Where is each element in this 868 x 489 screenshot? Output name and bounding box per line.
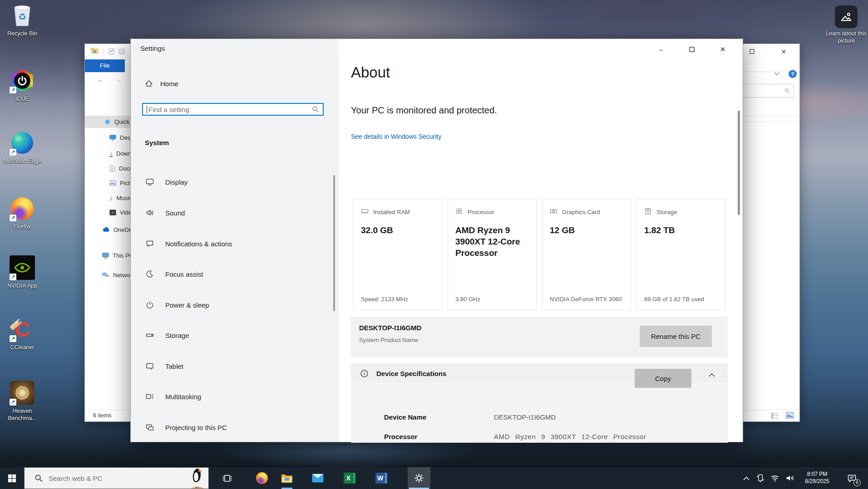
heaven-benchmark-icon: ↗ <box>10 380 35 406</box>
sidebar-divider <box>338 59 339 442</box>
desktop-icon-recycle-bin[interactable]: ♻ Recycle Bin <box>3 3 42 37</box>
taskbar-excel-button[interactable]: X <box>339 467 360 489</box>
help-icon[interactable]: ? <box>789 70 797 78</box>
close-icon[interactable]: ✕ <box>714 44 732 55</box>
taskbar-search-input[interactable] <box>49 474 189 482</box>
desktop-icon-learn-about-picture[interactable]: Learn about this picture <box>824 5 868 44</box>
rename-pc-button[interactable]: Rename this PC <box>640 326 712 347</box>
thumbnail-view-icon[interactable] <box>786 412 794 420</box>
gear-icon <box>414 473 424 484</box>
sidebar-item-multitasking[interactable]: Multitasking <box>142 387 332 406</box>
settings-window: Settings – ✕ Home System Display Sound <box>130 39 743 442</box>
quick-access-toolbar-icon[interactable] <box>108 48 115 57</box>
sidebar-item-tablet[interactable]: Tablet <box>142 357 332 375</box>
close-icon[interactable]: ✕ <box>776 46 791 58</box>
file-explorer-icon <box>281 474 293 483</box>
excel-icon: X <box>344 473 355 484</box>
sidebar-item-power-sleep[interactable]: Power & sleep <box>142 296 332 314</box>
page-title: About <box>351 64 390 81</box>
taskbar-word-button[interactable]: W <box>370 467 392 489</box>
wifi-icon <box>770 474 779 482</box>
taskbar-search-box[interactable] <box>24 467 209 489</box>
sidebar-item-display[interactable]: Display <box>142 173 332 191</box>
ccleaner-icon: C ↗ <box>10 317 35 342</box>
desktop-icon-label: Firefox <box>3 223 42 230</box>
desktop-icon-ccleaner[interactable]: C ↗ CCleaner <box>3 317 42 351</box>
card-value: 12 GB <box>550 225 623 236</box>
maximize-icon[interactable] <box>683 44 701 55</box>
desktop-icon-firefox[interactable]: ↗ Firefox <box>3 196 42 230</box>
forward-arrow-icon[interactable]: → <box>115 76 122 84</box>
sidebar-item-network[interactable]: Network <box>102 269 135 281</box>
shortcut-arrow-icon: ↗ <box>10 149 16 156</box>
tray-device-sync-button[interactable] <box>754 467 767 489</box>
windows-security-link[interactable]: See details in Windows Security <box>351 133 441 140</box>
content-scrollbar[interactable] <box>738 111 740 215</box>
picture-icon <box>109 180 116 186</box>
desktop-icon-heaven-benchmark[interactable]: ↗ Heaven Benchma... <box>3 380 42 422</box>
minimize-icon[interactable]: – <box>652 44 670 55</box>
task-view-button[interactable] <box>217 467 237 489</box>
maximize-icon[interactable] <box>744 46 760 58</box>
card-label: Installed RAM <box>373 209 410 215</box>
display-icon <box>145 177 154 186</box>
device-specifications-panel: Device Specifications Copy Device Name D… <box>351 363 728 443</box>
sidebar-item-storage[interactable]: Storage <box>142 326 332 344</box>
clock-date: 8/29/2025 <box>798 478 836 485</box>
video-icon <box>109 210 116 215</box>
recycle-bin-icon: ♻ <box>10 3 35 28</box>
svg-text:♻: ♻ <box>18 12 26 22</box>
sidebar-scrollbar[interactable] <box>333 175 335 311</box>
desktop-icon-microsoft-edge[interactable]: ↗ Microsoft Edge <box>3 130 42 165</box>
network-icon <box>102 272 109 278</box>
details-view-icon[interactable] <box>771 413 778 420</box>
settings-search-box[interactable] <box>142 103 324 116</box>
sidebar-item-label: Tablet <box>165 362 183 370</box>
card-label: Processor <box>468 209 494 215</box>
tray-volume-button[interactable] <box>783 467 797 489</box>
chevron-up-icon[interactable] <box>709 371 715 379</box>
power-icon <box>145 300 154 309</box>
action-center-button[interactable]: 6 <box>843 467 861 489</box>
speaker-icon <box>785 474 795 482</box>
card-label: Storage <box>656 209 677 215</box>
sidebar-item-this-pc[interactable]: This PC <box>102 249 133 261</box>
bing-puffin-image <box>189 468 206 489</box>
tray-show-hidden-icons-button[interactable] <box>741 467 752 489</box>
sidebar-item-notifications[interactable]: Notifications & actions <box>142 235 332 253</box>
desktop-icon-nvidia-app[interactable]: ↗ NVIDIA App <box>3 255 42 289</box>
start-button[interactable] <box>0 467 24 489</box>
desktop-icon-label: NVIDIA App <box>3 282 42 289</box>
ribbon-collapse-chevron-icon[interactable] <box>774 71 779 77</box>
tray-wifi-button[interactable] <box>768 467 782 489</box>
computer-icon <box>102 253 109 259</box>
quick-access-toolbar-icon[interactable] <box>118 48 125 57</box>
card-value: 32.0 GB <box>361 225 434 236</box>
sidebar-item-sound[interactable]: Sound <box>142 204 332 222</box>
settings-search-input[interactable] <box>148 106 312 113</box>
projecting-icon <box>145 423 154 432</box>
desktop-icon-icue[interactable]: ↗ iCUE <box>3 68 42 103</box>
desktop-monitor-icon <box>109 135 116 141</box>
taskbar-mail-button[interactable] <box>307 467 329 489</box>
taskbar-settings-button[interactable] <box>408 467 430 489</box>
sidebar-item-music[interactable]: ♪ Music <box>109 192 132 204</box>
taskbar-firefox-button[interactable] <box>251 467 273 489</box>
sidebar-item-projecting[interactable]: Projecting to this PC <box>142 418 332 436</box>
tab-file[interactable]: File <box>85 59 125 72</box>
sidebar-item-label: Sound <box>165 209 185 217</box>
sidebar-item-label: Multitasking <box>165 393 201 401</box>
device-specifications-title: Device Specifications <box>376 370 446 377</box>
back-arrow-icon[interactable]: ← <box>97 76 104 84</box>
pc-name: DESKTOP-I1I6GMD <box>359 324 421 332</box>
desktop-icon-label: Recycle Bin <box>3 30 42 37</box>
security-status-text: Your PC is monitored and protected. <box>351 105 497 116</box>
sidebar-item-focus-assist[interactable]: Focus assist <box>142 265 332 283</box>
copy-button[interactable]: Copy <box>635 369 691 388</box>
pc-name-panel: DESKTOP-I1I6GMD System Product Name Rena… <box>351 317 728 357</box>
taskbar-explorer-button[interactable] <box>276 467 298 489</box>
mail-icon <box>312 474 324 483</box>
sidebar-item-home[interactable]: Home <box>144 79 178 88</box>
card-footer: 69 GB of 1.82 TB used <box>644 296 721 303</box>
taskbar-clock[interactable]: 8:07 PM 8/29/2025 <box>798 470 836 485</box>
